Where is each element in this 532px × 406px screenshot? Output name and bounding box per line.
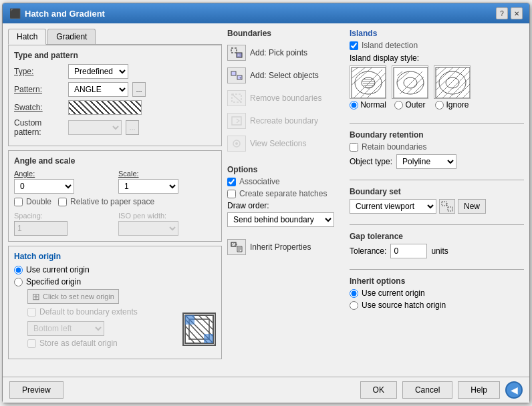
scale-select[interactable]: 1 bbox=[118, 179, 178, 194]
close-btn[interactable]: ✕ bbox=[511, 7, 523, 19]
store-default-checkbox bbox=[27, 339, 36, 348]
ignore-radio[interactable] bbox=[435, 101, 444, 110]
inherit-label: Inherit Properties bbox=[250, 242, 311, 252]
outer-radio[interactable] bbox=[394, 101, 403, 110]
svg-rect-23 bbox=[231, 242, 236, 246]
obj-type-label: Object type: bbox=[350, 157, 392, 166]
help-btn[interactable]: Help bbox=[458, 381, 500, 399]
ok-btn[interactable]: OK bbox=[360, 381, 397, 399]
angle-label: Angle: bbox=[14, 170, 112, 178]
inherit-use-source-row: Use source hatch origin bbox=[350, 300, 524, 310]
normal-radio-row: Normal bbox=[350, 100, 386, 110]
draw-order-row: Draw order: Send behind boundary bbox=[227, 201, 344, 227]
retain-boundaries-label: Retain boundaries bbox=[362, 142, 426, 152]
options-title: Options bbox=[227, 165, 344, 174]
help-title-btn[interactable]: ? bbox=[496, 7, 508, 19]
relative-label: Relative to paper space bbox=[70, 197, 154, 206]
swatch-row: Swatch: bbox=[14, 100, 216, 115]
origin-bottom-row: Default to boundary extents Bottom left … bbox=[27, 307, 216, 351]
double-checkbox[interactable] bbox=[14, 198, 23, 206]
title-bar-controls: ? ✕ bbox=[496, 7, 523, 19]
iso-select bbox=[118, 221, 178, 236]
svg-text:+: + bbox=[239, 75, 242, 79]
type-select[interactable]: Predefined bbox=[68, 64, 128, 79]
angle-scale-title: Angle and scale bbox=[14, 156, 216, 166]
island-detection-label: Island detection bbox=[362, 41, 418, 50]
outer-label: Outer bbox=[405, 100, 425, 110]
spacing-input bbox=[14, 221, 68, 236]
tolerance-input[interactable] bbox=[390, 244, 427, 258]
default-extent-row: Default to boundary extents bbox=[27, 307, 177, 317]
swatch-preview bbox=[68, 100, 142, 115]
island-display-title: Island display style: bbox=[350, 53, 524, 63]
specified-radio[interactable] bbox=[14, 278, 23, 286]
tolerance-row: Tolerance: units bbox=[350, 244, 524, 258]
obj-type-select[interactable]: Polyline bbox=[396, 154, 456, 169]
associative-checkbox[interactable] bbox=[227, 178, 236, 186]
svg-line-60 bbox=[449, 77, 471, 98]
spacing-col: Spacing: bbox=[14, 212, 112, 236]
tab-gradient[interactable]: Gradient bbox=[47, 29, 96, 44]
inherit-options-section: Inherit options Use current origin Use s… bbox=[350, 276, 524, 313]
island-detection-checkbox[interactable] bbox=[350, 41, 358, 50]
add-pick-btn[interactable]: + Add: Pick points bbox=[227, 45, 344, 61]
new-boundary-btn[interactable]: New bbox=[458, 199, 486, 214]
normal-radio[interactable] bbox=[350, 101, 358, 110]
title-bar: ⬛ Hatch and Gradient ? ✕ bbox=[3, 3, 529, 23]
boundaries-title: Boundaries bbox=[227, 29, 344, 38]
use-current-radio-row: Use current origin bbox=[14, 265, 216, 274]
add-select-btn[interactable]: + Add: Select objects bbox=[227, 67, 344, 83]
position-select: Bottom left bbox=[27, 321, 104, 336]
divider-2 bbox=[350, 180, 524, 180]
spacing-iso-row: Spacing: ISO pen width: bbox=[14, 212, 216, 236]
right-panel: Islands Island detection Island display … bbox=[350, 29, 524, 371]
tab-hatch[interactable]: Hatch bbox=[8, 29, 46, 45]
units-label: units bbox=[431, 246, 448, 256]
draw-order-label: Draw order: bbox=[227, 201, 344, 210]
inherit-use-current-radio[interactable] bbox=[350, 289, 358, 298]
tolerance-label: Tolerance: bbox=[350, 246, 386, 256]
boundary-set-row: Current viewport New bbox=[350, 199, 524, 214]
hatch-origin-section: Hatch origin Use current origin Specifie… bbox=[8, 246, 222, 359]
boundary-set-select[interactable]: Current viewport bbox=[350, 199, 436, 214]
view-selections-btn: View Selections bbox=[227, 136, 344, 152]
pattern-label: Pattern: bbox=[14, 85, 64, 94]
preview-btn[interactable]: Preview bbox=[9, 381, 63, 399]
cancel-btn[interactable]: Cancel bbox=[402, 381, 452, 399]
inherit-properties-btn[interactable]: Inherit Properties bbox=[227, 239, 344, 255]
recreate-boundary-label: Recreate boundary bbox=[250, 116, 318, 126]
inherit-use-current-label: Use current origin bbox=[362, 288, 425, 298]
svg-rect-9 bbox=[185, 315, 194, 325]
create-separate-checkbox[interactable] bbox=[227, 190, 236, 198]
recreate-boundary-btn: Recreate boundary bbox=[227, 113, 344, 129]
double-label: Double bbox=[26, 197, 51, 206]
angle-select[interactable]: 0 bbox=[14, 179, 74, 194]
boundary-retention-section: Boundary retention Retain boundaries Obj… bbox=[350, 130, 524, 169]
pattern-ellipsis-btn[interactable]: ... bbox=[132, 82, 146, 97]
inherit-use-source-radio[interactable] bbox=[350, 301, 358, 310]
relative-checkbox[interactable] bbox=[58, 198, 67, 206]
spacing-label: Spacing: bbox=[14, 212, 112, 220]
view-selections-icon bbox=[227, 136, 246, 152]
pattern-select[interactable]: ANGLE bbox=[68, 82, 128, 97]
custom-ellipsis-btn: ... bbox=[126, 120, 139, 135]
svg-point-21 bbox=[235, 142, 238, 145]
use-current-radio[interactable] bbox=[14, 266, 23, 274]
remove-boundaries-label: Remove boundaries bbox=[250, 93, 321, 103]
angle-col: Angle: 0 bbox=[14, 170, 112, 194]
inherit-icon bbox=[227, 239, 246, 255]
retain-boundaries-checkbox[interactable] bbox=[350, 143, 358, 152]
outer-radio-row: Outer bbox=[394, 100, 425, 110]
dialog-footer: Preview OK Cancel Help ◀ bbox=[3, 377, 529, 403]
default-extent-label: Default to boundary extents bbox=[39, 307, 138, 317]
type-label: Type: bbox=[14, 67, 64, 76]
back-btn[interactable]: ◀ bbox=[505, 381, 523, 399]
divider-1 bbox=[350, 123, 524, 124]
dialog-body: Hatch Gradient Type and pattern Type: Pr… bbox=[3, 23, 529, 377]
options-section: Options Associative Create separate hatc… bbox=[227, 161, 344, 227]
inherit-use-current-row: Use current origin bbox=[350, 288, 524, 298]
scale-label: Scale: bbox=[118, 170, 216, 178]
angle-scale-cols: Angle: 0 Scale: 1 bbox=[14, 170, 216, 194]
specified-label: Specified origin bbox=[26, 277, 81, 286]
draw-order-select[interactable]: Send behind boundary bbox=[227, 212, 334, 227]
